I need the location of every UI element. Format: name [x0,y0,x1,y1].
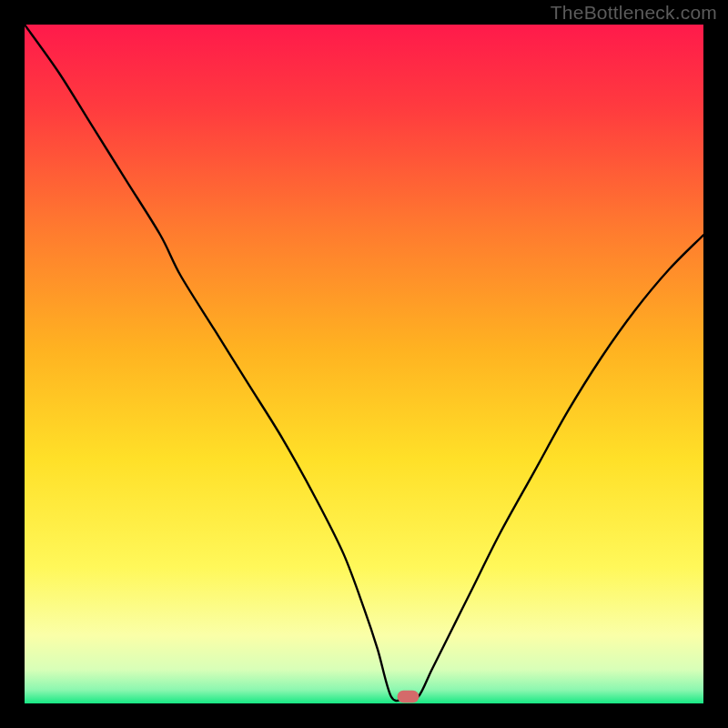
watermark-text: TheBottleneck.com [551,2,717,24]
gradient-background [25,25,703,703]
chart-frame: TheBottleneck.com [0,0,728,728]
bottleneck-curve-plot [25,25,703,703]
optimal-point-marker [398,691,420,703]
